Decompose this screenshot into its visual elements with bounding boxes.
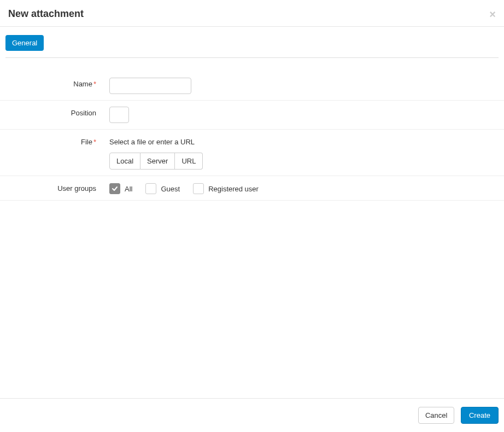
user-groups-options: All Guest Registered user [109,182,499,194]
file-input-col: Select a file or enter a URL Local Serve… [99,136,499,170]
name-input[interactable] [109,78,191,94]
field-position: Position [5,101,499,129]
name-input-col [99,78,499,94]
cancel-button[interactable]: Cancel [418,407,454,424]
position-input[interactable] [109,107,129,123]
required-marker: * [93,138,96,146]
field-file: File* Select a file or enter a URL Local… [5,130,499,176]
file-label-col: File* [5,136,99,146]
tab-general[interactable]: General [5,35,44,51]
user-groups-label-col: User groups [5,182,99,192]
position-input-col [99,107,499,123]
modal-footer: Cancel Create [0,398,504,432]
modal-title: New attachment [8,8,84,20]
divider [0,200,504,201]
close-icon: × [489,8,496,20]
name-label: Name [73,80,92,88]
file-hint: Select a file or enter a URL [109,136,499,146]
file-local-button[interactable]: Local [109,153,140,170]
name-label-col: Name* [5,78,99,88]
checkbox-all-label: All [125,185,132,193]
file-source-group: Local Server URL [109,153,203,170]
file-url-button[interactable]: URL [175,153,203,170]
checkbox-registered-label: Registered user [208,185,259,193]
file-label: File [81,138,92,146]
modal-body: General Name* Position File* [0,27,504,201]
checkbox-registered[interactable] [193,183,204,194]
user-groups-input-col: All Guest Registered user [99,182,499,194]
file-server-button[interactable]: Server [140,153,175,170]
tabs: General [5,35,499,58]
modal-header: New attachment × [0,0,504,27]
required-marker: * [93,80,96,88]
checkbox-guest-label: Guest [161,185,180,193]
position-label: Position [71,109,96,117]
check-icon [112,185,118,192]
checkbox-item-guest: Guest [145,183,180,194]
checkbox-item-registered: Registered user [193,183,259,194]
create-button[interactable]: Create [461,407,499,424]
checkbox-item-all: All [109,183,132,194]
form-area: Name* Position File* Select a file or en… [5,58,499,201]
field-name: Name* [5,72,499,100]
checkbox-guest[interactable] [145,183,156,194]
field-user-groups: User groups All Guest [5,176,499,200]
position-label-col: Position [5,107,99,117]
user-groups-label: User groups [57,184,96,192]
close-button[interactable]: × [489,9,496,20]
checkbox-all[interactable] [109,183,120,194]
